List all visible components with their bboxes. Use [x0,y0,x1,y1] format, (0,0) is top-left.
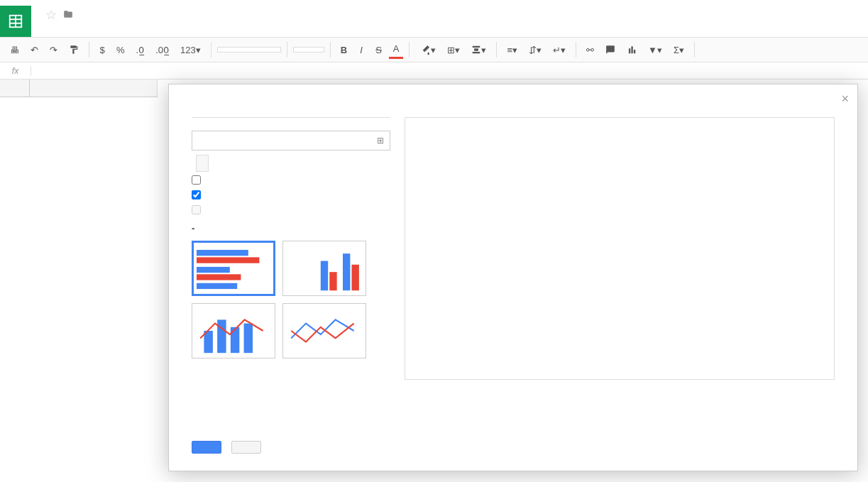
undo-icon[interactable]: ↶ [26,42,43,58]
fx-label: fx [0,66,31,76]
dialog-title [169,84,857,97]
bold-icon[interactable]: B [336,42,351,58]
toolbar: 🖶 ↶ ↷ $ % .0̲ .00̲ 123▾ B I S A ▾ ⊞▾ ▾ ≡… [0,37,868,62]
link-icon[interactable]: ⚯ [582,42,598,58]
paint-format-icon[interactable] [65,42,83,57]
text-color-icon[interactable]: A [389,40,404,59]
print-icon[interactable]: 🖶 [6,42,23,58]
font-select[interactable] [217,47,281,53]
col-header-a[interactable] [30,80,158,97]
valign-icon[interactable]: ⇵▾ [524,42,546,58]
merge-icon[interactable]: ▾ [467,42,490,58]
decrease-decimal-icon[interactable]: .0̲ [132,42,149,58]
fill-color-icon[interactable]: ▾ [415,41,440,58]
functions-icon[interactable]: Σ▾ [669,42,688,58]
close-icon[interactable]: × [841,92,849,97]
star-icon[interactable]: ☆ [45,7,57,23]
strikethrough-icon[interactable]: S [371,42,386,58]
format-more-icon[interactable]: 123▾ [176,42,205,58]
menubar [40,23,868,33]
comment-icon[interactable] [601,42,620,57]
chart-editor-dialog: × ⊞ - [168,84,858,97]
wrap-icon[interactable]: ↵▾ [549,42,570,58]
increase-decimal-icon[interactable]: .00̲ [151,42,173,58]
folder-icon[interactable] [62,8,74,23]
redo-icon[interactable]: ↷ [45,42,62,58]
chart-icon[interactable] [622,42,641,57]
sheets-logo[interactable] [0,6,31,37]
halign-icon[interactable]: ≡▾ [502,42,522,58]
select-all-cell[interactable] [0,80,30,97]
filter-icon[interactable]: ▼▾ [644,42,666,58]
currency-icon[interactable]: $ [95,42,109,58]
italic-icon[interactable]: I [354,42,368,58]
font-size-select[interactable] [293,47,324,53]
percent-icon[interactable]: % [112,42,129,58]
borders-icon[interactable]: ⊞▾ [443,42,464,58]
